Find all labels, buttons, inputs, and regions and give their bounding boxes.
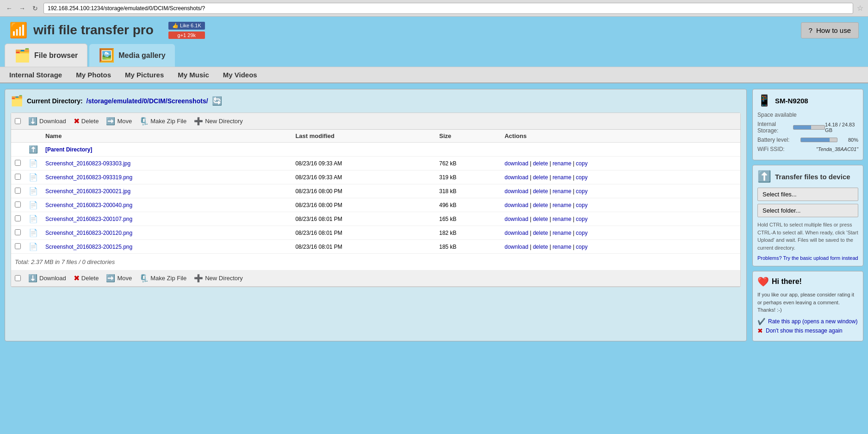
subnav-my-music[interactable]: My Music bbox=[178, 71, 209, 79]
how-to-button[interactable]: ? How to use bbox=[801, 22, 859, 38]
action-copy-5[interactable]: copy bbox=[576, 230, 588, 236]
action-delete-5[interactable]: delete bbox=[533, 230, 548, 236]
row-modified-cell: 08/23/16 08:00 PM bbox=[291, 198, 435, 212]
file-checkbox-5[interactable] bbox=[15, 229, 21, 235]
file-link-2[interactable]: Screenshot_20160823-200021.jpg bbox=[45, 188, 130, 195]
action-rename-2[interactable]: rename bbox=[552, 188, 571, 195]
dismiss-link[interactable]: Don't show this message again bbox=[766, 327, 843, 334]
action-copy-6[interactable]: copy bbox=[576, 244, 588, 250]
file-link-6[interactable]: Screenshot_20160823-200125.png bbox=[45, 244, 132, 250]
social-buttons: 👍 Like 6.1K g+1 29k bbox=[168, 22, 205, 39]
address-bar[interactable] bbox=[43, 3, 853, 14]
file-checkbox-1[interactable] bbox=[15, 174, 21, 180]
download-button-top[interactable]: ⬇️ Download bbox=[26, 116, 68, 126]
table-row: 📄Screenshot_20160823-200021.jpg08/23/16 … bbox=[11, 184, 740, 198]
rate-link[interactable]: Rate this app (opens a new window) bbox=[768, 318, 857, 325]
file-link-0[interactable]: Screenshot_20160823-093303.jpg bbox=[45, 160, 130, 167]
file-link-4[interactable]: Screenshot_20160823-200107.png bbox=[45, 216, 132, 222]
storage-progress-fill bbox=[794, 126, 811, 129]
battery-progress-bar bbox=[800, 138, 837, 142]
action-download-0[interactable]: download bbox=[504, 160, 528, 167]
parent-dir-icon: ⬆️ bbox=[29, 145, 38, 153]
forward-button[interactable]: → bbox=[18, 4, 27, 13]
file-link-3[interactable]: Screenshot_20160823-200040.png bbox=[45, 202, 132, 208]
back-button[interactable]: ← bbox=[5, 4, 14, 13]
select-folder-button[interactable]: Select folder... bbox=[757, 204, 858, 217]
action-delete-2[interactable]: delete bbox=[533, 188, 548, 195]
action-download-5[interactable]: download bbox=[504, 230, 528, 236]
action-rename-0[interactable]: rename bbox=[552, 160, 571, 167]
device-header: 📱 SM-N9208 bbox=[757, 94, 858, 107]
subnav-my-videos[interactable]: My Videos bbox=[223, 71, 257, 79]
row-size-cell: 182 kB bbox=[435, 226, 501, 240]
select-files-button[interactable]: Select files... bbox=[757, 188, 858, 201]
action-rename-3[interactable]: rename bbox=[552, 202, 571, 208]
transfer-title: Transfer files to device bbox=[775, 173, 850, 181]
file-checkbox-6[interactable] bbox=[15, 243, 21, 249]
action-copy-3[interactable]: copy bbox=[576, 202, 588, 208]
file-checkbox-4[interactable] bbox=[15, 215, 21, 221]
action-copy-1[interactable]: copy bbox=[576, 174, 588, 181]
gplus-button[interactable]: g+1 29k bbox=[168, 31, 205, 39]
subnav-my-photos[interactable]: My Photos bbox=[76, 71, 111, 79]
cross-icon: ✖ bbox=[757, 327, 763, 334]
action-delete-4[interactable]: delete bbox=[533, 216, 548, 222]
subnav-internal-storage[interactable]: Internal Storage bbox=[9, 71, 62, 79]
row-actions-cell: download | delete | rename | copy bbox=[501, 226, 740, 240]
action-rename-5[interactable]: rename bbox=[552, 230, 571, 236]
action-copy-0[interactable]: copy bbox=[576, 160, 588, 167]
problems-link[interactable]: Problems? Try the basic upload form inst… bbox=[757, 255, 858, 261]
action-delete-0[interactable]: delete bbox=[533, 160, 548, 167]
select-all-checkbox-top[interactable] bbox=[15, 118, 21, 124]
move-button-bottom[interactable]: ➡️ Move bbox=[104, 273, 134, 283]
row-name-cell: Screenshot_20160823-200125.png bbox=[42, 240, 291, 254]
download-icon: ⬇️ bbox=[28, 117, 37, 126]
action-delete-1[interactable]: delete bbox=[533, 174, 548, 181]
device-name: SM-N9208 bbox=[775, 97, 808, 105]
select-all-checkbox-bottom[interactable] bbox=[15, 275, 21, 281]
new-directory-button-bottom[interactable]: ➕ New Directory bbox=[192, 273, 245, 283]
new-directory-button-top[interactable]: ➕ New Directory bbox=[192, 116, 245, 126]
row-actions-cell: download | delete | rename | copy bbox=[501, 198, 740, 212]
move-button-top[interactable]: ➡️ Move bbox=[104, 116, 134, 126]
table-row: 📄Screenshot_20160823-200107.png08/23/16 … bbox=[11, 212, 740, 226]
file-checkbox-2[interactable] bbox=[15, 188, 21, 194]
action-download-6[interactable]: download bbox=[504, 244, 528, 250]
action-copy-4[interactable]: copy bbox=[576, 216, 588, 222]
action-delete-3[interactable]: delete bbox=[533, 202, 548, 208]
action-download-1[interactable]: download bbox=[504, 174, 528, 181]
action-download-3[interactable]: download bbox=[504, 202, 528, 208]
parent-dir-link[interactable]: [Parent Directory] bbox=[45, 146, 92, 153]
file-table: Name Last modified Size Actions ⬆️ [Pare… bbox=[11, 130, 740, 254]
facebook-like-button[interactable]: 👍 Like 6.1K bbox=[168, 22, 205, 30]
delete-button-top[interactable]: ✖ Delete bbox=[72, 116, 101, 126]
file-checkbox-0[interactable] bbox=[15, 160, 21, 166]
file-checkbox-3[interactable] bbox=[15, 201, 21, 208]
row-checkbox-cell bbox=[11, 170, 25, 184]
file-link-5[interactable]: Screenshot_20160823-200120.png bbox=[45, 230, 132, 236]
transfer-card: ⬆️ Transfer files to device Select files… bbox=[752, 165, 863, 266]
action-rename-1[interactable]: rename bbox=[552, 174, 571, 181]
file-link-1[interactable]: Screenshot_20160823-093319.png bbox=[45, 174, 132, 181]
tab-file-browser[interactable]: 🗂️ File browser bbox=[5, 44, 87, 67]
make-zip-button-top[interactable]: 🗜️ Make Zip File bbox=[137, 116, 188, 126]
subnav-my-pictures[interactable]: My Pictures bbox=[125, 71, 164, 79]
row-checkbox-cell bbox=[11, 240, 25, 254]
action-rename-6[interactable]: rename bbox=[552, 244, 571, 250]
action-download-2[interactable]: download bbox=[504, 188, 528, 195]
action-delete-6[interactable]: delete bbox=[533, 244, 548, 250]
action-copy-2[interactable]: copy bbox=[576, 188, 588, 195]
reload-button[interactable]: ↻ bbox=[31, 4, 40, 13]
action-download-4[interactable]: download bbox=[504, 216, 528, 222]
zip-icon-bottom: 🗜️ bbox=[139, 274, 149, 283]
th-checkbox bbox=[11, 130, 25, 143]
internal-storage-value: 14.18 / 24.83 GB bbox=[825, 122, 858, 133]
tab-media-gallery[interactable]: 🖼️ Media gallery bbox=[89, 44, 174, 67]
row-modified-cell: 08/23/16 08:01 PM bbox=[291, 212, 435, 226]
refresh-icon[interactable]: 🔄 bbox=[212, 96, 222, 106]
delete-button-bottom[interactable]: ✖ Delete bbox=[72, 273, 101, 283]
download-button-bottom[interactable]: ⬇️ Download bbox=[26, 273, 68, 283]
action-rename-4[interactable]: rename bbox=[552, 216, 571, 222]
media-gallery-icon: 🖼️ bbox=[99, 48, 115, 63]
make-zip-button-bottom[interactable]: 🗜️ Make Zip File bbox=[137, 273, 188, 283]
